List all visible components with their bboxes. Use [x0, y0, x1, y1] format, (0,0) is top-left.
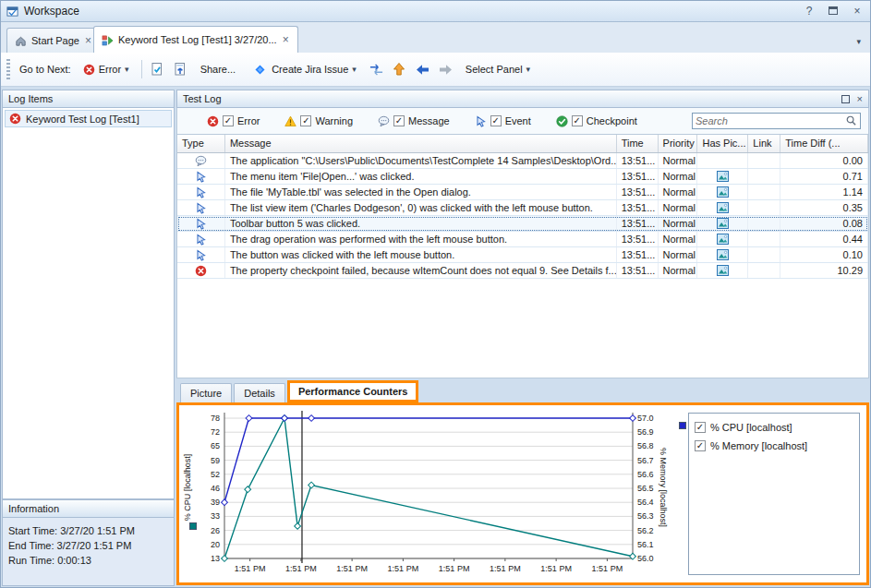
- tab-start-page[interactable]: Start Page ×: [6, 28, 101, 53]
- legend-checkbox[interactable]: ✓: [695, 440, 706, 451]
- next-result-icon[interactable]: [438, 62, 454, 78]
- svg-text:78: 78: [211, 414, 220, 423]
- picture-icon[interactable]: [717, 202, 729, 214]
- row-time-cell: 13:51...: [617, 232, 659, 246]
- tab-details[interactable]: Details: [234, 383, 285, 402]
- checkpoint-icon: [556, 115, 568, 127]
- row-priority-cell: Normal: [659, 200, 698, 215]
- row-type-cell: [177, 200, 225, 215]
- tab-list-dropdown-icon[interactable]: ▾: [856, 37, 861, 46]
- column-header-has-pic-[interactable]: Has Pic...: [697, 135, 748, 152]
- tab-close-icon[interactable]: ×: [84, 34, 92, 47]
- export-log-icon[interactable]: [173, 62, 188, 78]
- tab-keyword-test-log[interactable]: Keyword Test Log [Test1] 3/27/20... ×: [93, 26, 298, 53]
- svg-text:56.5: 56.5: [637, 484, 654, 493]
- picture-icon[interactable]: [717, 218, 729, 230]
- toolbar-grip[interactable]: [6, 59, 10, 79]
- row-message-cell: The list view item ('Charles Dodgeson', …: [225, 200, 617, 215]
- create-jira-issue-button[interactable]: Create Jira Issue ▾: [248, 59, 361, 80]
- svg-text:1:51 PM: 1:51 PM: [388, 564, 419, 573]
- share-button[interactable]: Share...: [196, 61, 241, 78]
- chart-legend: ✓% CPU [localhost]✓% Memory [localhost]: [688, 413, 860, 575]
- row-time-cell: 13:51...: [617, 153, 659, 168]
- column-header-link[interactable]: Link: [748, 135, 780, 152]
- search-input[interactable]: [696, 115, 845, 126]
- picture-icon[interactable]: [717, 265, 729, 277]
- row-link-cell: [748, 200, 780, 215]
- legend-checkbox[interactable]: ✓: [695, 422, 706, 433]
- search-icon[interactable]: [845, 114, 857, 128]
- picture-icon[interactable]: [717, 186, 729, 198]
- column-header-message[interactable]: Message: [225, 135, 617, 152]
- tab-picture[interactable]: Picture: [180, 383, 232, 402]
- row-priority-cell: Normal: [659, 263, 698, 278]
- filter-message: ✓Message: [378, 115, 450, 127]
- svg-text:59: 59: [211, 456, 220, 465]
- table-row[interactable]: The drag operation was performed with th…: [177, 232, 868, 247]
- svg-text:52: 52: [211, 470, 220, 479]
- row-time-cell: 13:51...: [617, 216, 659, 231]
- column-header-time[interactable]: Time: [617, 135, 659, 152]
- row-haspic-cell: [697, 153, 748, 168]
- table-row[interactable]: The button was clicked with the left mou…: [177, 247, 868, 263]
- svg-text:57.0: 57.0: [637, 414, 654, 423]
- event-icon: [195, 249, 207, 261]
- row-priority-cell: Normal: [659, 216, 698, 231]
- picture-icon[interactable]: [717, 249, 729, 261]
- table-row[interactable]: The application "C:\Users\Public\Documen…: [177, 153, 868, 169]
- select-panel-button[interactable]: Select Panel ▾: [461, 61, 535, 78]
- row-priority-cell: Normal: [659, 185, 698, 199]
- picture-icon[interactable]: [717, 171, 729, 183]
- open-log-icon[interactable]: [150, 62, 165, 78]
- column-header-priority[interactable]: Priority: [659, 135, 698, 152]
- svg-text:1:51 PM: 1:51 PM: [235, 564, 266, 573]
- upload-results-icon[interactable]: [392, 62, 407, 78]
- go-to-next-error-button[interactable]: Error ▾: [79, 61, 134, 78]
- table-rows: The application "C:\Users\Public\Documen…: [177, 153, 868, 279]
- row-message-cell: The button was clicked with the left mou…: [225, 247, 617, 262]
- log-item-keyword-test-log[interactable]: Keyword Test Log [Test1]: [5, 110, 172, 127]
- picture-icon[interactable]: [717, 234, 729, 246]
- help-button[interactable]: ?: [802, 5, 817, 18]
- document-tabstrip: Start Page × Keyword Test Log [Test1] 3/…: [1, 22, 870, 53]
- close-panel-icon[interactable]: ×: [857, 93, 863, 104]
- table-row[interactable]: The list view item ('Charles Dodgeson', …: [177, 200, 868, 216]
- table-row[interactable]: The property checkpoint failed, because …: [177, 263, 868, 279]
- table-row[interactable]: The file 'MyTable.tbl' was selected in t…: [177, 185, 868, 200]
- filter-label-message: Message: [408, 115, 450, 126]
- tab-performance-counters[interactable]: Performance Counters: [287, 380, 419, 402]
- close-icon[interactable]: ×: [850, 5, 865, 18]
- jira-workflow-icon[interactable]: [369, 62, 384, 78]
- column-header-type[interactable]: Type: [177, 135, 225, 152]
- table-row[interactable]: Toolbar button 5 was clicked.13:51...Nor…: [177, 216, 868, 232]
- test-log-table: TypeMessageTimePriorityHas Pic...LinkTim…: [176, 135, 869, 378]
- previous-result-icon[interactable]: [415, 62, 430, 78]
- row-timediff-cell: 10.29: [780, 263, 868, 278]
- filter-checkbox-checkpoint[interactable]: ✓: [572, 115, 583, 126]
- go-to-next-label: Go to Next:: [19, 64, 71, 75]
- performance-chart[interactable]: 7857.07256.96556.85956.75256.64656.53956…: [180, 407, 657, 581]
- log-items-title: Log Items: [8, 93, 53, 104]
- row-time-cell: 13:51...: [617, 247, 659, 262]
- message-icon: [195, 155, 207, 167]
- log-items-list: Keyword Test Log [Test1]: [2, 108, 175, 499]
- memory-series-color-chip: [679, 422, 686, 429]
- row-priority-cell: Normal: [659, 169, 698, 184]
- filter-checkbox-error[interactable]: ✓: [223, 115, 234, 126]
- row-message-cell: Toolbar button 5 was clicked.: [225, 216, 617, 231]
- dock-icon[interactable]: [826, 5, 841, 18]
- filter-checkbox-message[interactable]: ✓: [393, 115, 405, 126]
- table-row[interactable]: The menu item 'File|Open...' was clicked…: [177, 169, 868, 185]
- filter-label-checkpoint: Checkpoint: [587, 115, 637, 126]
- filter-checkbox-warning[interactable]: ✓: [300, 115, 311, 126]
- column-header-time-diff-[interactable]: Time Diff (...: [780, 135, 868, 152]
- svg-text:56.9: 56.9: [637, 427, 654, 437]
- tab-close-icon[interactable]: ×: [282, 33, 290, 46]
- filter-checkbox-event[interactable]: ✓: [490, 115, 502, 126]
- row-message-cell: The property checkpoint failed, because …: [225, 263, 617, 278]
- maximize-panel-icon[interactable]: [841, 95, 850, 103]
- jira-icon: [252, 62, 268, 78]
- information-title: Information: [8, 503, 59, 514]
- log-item-label: Keyword Test Log [Test1]: [26, 114, 139, 125]
- create-jira-label: Create Jira Issue: [272, 64, 348, 75]
